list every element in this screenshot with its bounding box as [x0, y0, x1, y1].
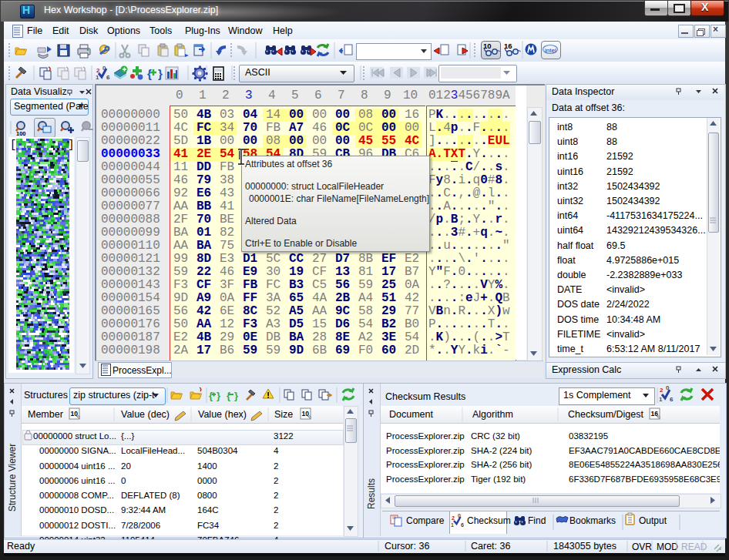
svg-text:}: }	[234, 390, 238, 401]
svg-text:2: 2	[660, 387, 663, 394]
svg-text:{: {	[209, 390, 213, 401]
svg-text:intel: intel	[545, 47, 556, 54]
svg-text:{: {	[147, 67, 152, 80]
svg-text:6: 6	[670, 396, 674, 403]
svg-text:{: {	[227, 390, 230, 401]
svg-text:1: 1	[451, 522, 454, 528]
svg-text:6: 6	[106, 74, 110, 81]
svg-text:2: 2	[452, 515, 455, 521]
svg-text:100: 100	[16, 130, 26, 137]
svg-text:}: }	[217, 390, 220, 401]
svg-text:1: 1	[659, 396, 663, 403]
svg-text:}: }	[158, 67, 163, 80]
svg-text:6: 6	[461, 522, 464, 528]
